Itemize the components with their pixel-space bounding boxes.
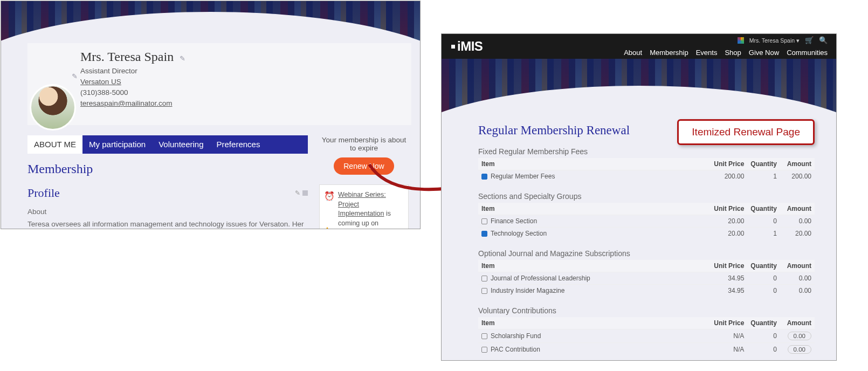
row-amount: 0.00 xyxy=(780,272,815,285)
row-unit-price: N/A xyxy=(707,343,747,356)
col-qty: Quantity xyxy=(747,203,780,215)
membership-heading: Membership xyxy=(27,162,308,176)
col-price: Unit Price xyxy=(707,317,747,329)
renewal-table: ItemUnit PriceQuantityAmountScholarship … xyxy=(478,317,815,356)
section-heading: Sections and Specialty Groups xyxy=(478,192,815,201)
row-quantity: 0 xyxy=(747,272,780,285)
profile-page-screenshot: ✎ Mrs. Teresa Spain ✎ Assistant Director… xyxy=(1,1,421,229)
col-amt: Amount xyxy=(780,203,815,215)
row-checkbox[interactable] xyxy=(481,276,487,281)
row-checkbox[interactable] xyxy=(481,231,487,237)
nav-communities[interactable]: Communities xyxy=(787,49,828,57)
user-avatar-icon xyxy=(738,37,744,44)
tab-volunteering[interactable]: Volunteering xyxy=(152,135,210,154)
row-amount: 0.00 xyxy=(780,215,815,228)
toggle-icon[interactable] xyxy=(302,190,308,196)
row-amount: 0.00 xyxy=(780,285,815,297)
row-amount: 200.00 xyxy=(780,170,815,183)
row-amount: 0.00 xyxy=(780,329,815,343)
renewal-page-screenshot: iMIS Mrs. Teresa Spain ▾ 🛒 🔍 About Membe… xyxy=(441,33,837,361)
pencil-icon[interactable]: ✎ xyxy=(72,72,78,80)
amount-input[interactable]: 0.00 xyxy=(788,345,811,354)
profile-phone: (310)388-5000 xyxy=(80,88,185,97)
row-unit-price: 200.00 xyxy=(707,170,747,183)
col-item: Item xyxy=(478,203,707,215)
nav-about[interactable]: About xyxy=(624,49,642,57)
pencil-icon[interactable]: ✎ xyxy=(180,54,185,63)
table-row: Industry Insider Magazine34.9500.00 xyxy=(478,285,815,297)
table-row: Journal of Professional Leadership34.950… xyxy=(478,272,815,285)
row-amount: 0.00 xyxy=(780,343,815,356)
section-heading: Voluntary Contributions xyxy=(478,306,815,315)
amount-input[interactable]: 0.00 xyxy=(788,332,811,340)
col-amt: Amount xyxy=(780,260,815,272)
row-checkbox[interactable] xyxy=(481,288,487,294)
profile-name: Mrs. Teresa Spain xyxy=(80,50,174,64)
top-nav-bar: iMIS Mrs. Teresa Spain ▾ 🛒 🔍 About Membe… xyxy=(442,34,836,59)
row-quantity: 0 xyxy=(747,215,780,228)
row-quantity: 0 xyxy=(747,285,780,297)
profile-title: Assistant Director xyxy=(80,67,185,75)
profile-email-link[interactable]: teresaspain@mailinator.com xyxy=(80,99,173,107)
cart-icon[interactable]: 🛒 xyxy=(805,36,814,44)
col-price: Unit Price xyxy=(707,203,747,215)
event-link[interactable]: Webinar Series: Project Implementation xyxy=(338,191,386,217)
current-user-menu[interactable]: Mrs. Teresa Spain ▾ xyxy=(749,37,800,44)
col-qty: Quantity xyxy=(747,158,780,170)
section-heading: Optional Journal and Magazine Subscripti… xyxy=(478,249,815,258)
row-item-label: Regular Member Fees xyxy=(491,173,555,180)
pencil-icon[interactable]: ✎ xyxy=(295,189,300,197)
renewal-table: ItemUnit PriceQuantityAmountFinance Sect… xyxy=(478,203,815,239)
profile-tabs: ABOUT ME My participation Volunteering P… xyxy=(27,135,308,154)
section-membership: Membership Profile ✎ About Teresa overse… xyxy=(27,156,308,229)
tab-participation[interactable]: My participation xyxy=(82,135,152,154)
warning-icon: ▲ xyxy=(323,224,331,229)
tab-about-me[interactable]: ABOUT ME xyxy=(27,135,82,154)
nav-events[interactable]: Events xyxy=(696,49,718,57)
row-quantity: 1 xyxy=(747,228,780,240)
col-price: Unit Price xyxy=(707,158,747,170)
about-label: About xyxy=(27,208,308,216)
col-price: Unit Price xyxy=(707,260,747,272)
nav-shop[interactable]: Shop xyxy=(725,49,741,57)
logo-dot-icon xyxy=(451,45,455,49)
table-row: Technology Section20.00120.00 xyxy=(478,228,815,240)
tab-preferences[interactable]: Preferences xyxy=(210,135,267,154)
col-qty: Quantity xyxy=(747,260,780,272)
renewal-table: ItemUnit PriceQuantityAmountRegular Memb… xyxy=(478,158,815,182)
event-date: October 14 xyxy=(338,229,373,229)
hero-banner xyxy=(1,1,420,44)
search-icon[interactable]: 🔍 xyxy=(819,36,828,44)
renew-message: Your membership is about to expire xyxy=(319,136,409,152)
row-checkbox[interactable] xyxy=(481,333,487,339)
table-row: Scholarship FundN/A00.00 xyxy=(478,329,815,343)
col-item: Item xyxy=(478,260,707,272)
row-item-label: Finance Section xyxy=(491,217,537,225)
renew-now-button[interactable]: Renew Now xyxy=(334,157,394,175)
profile-section-heading: Profile xyxy=(27,186,60,200)
renew-box: Your membership is about to expire Renew… xyxy=(319,136,409,175)
profile-org-link[interactable]: Versaton US xyxy=(80,78,121,86)
row-checkbox[interactable] xyxy=(481,347,487,353)
col-amt: Amount xyxy=(780,317,815,329)
hero-banner xyxy=(442,59,836,115)
table-row: PAC ContributionN/A00.00 xyxy=(478,343,815,356)
table-row: Finance Section20.0000.00 xyxy=(478,215,815,228)
about-text: Teresa oversees all information manageme… xyxy=(27,219,308,229)
row-item-label: Journal of Professional Leadership xyxy=(491,274,590,282)
row-unit-price: 34.95 xyxy=(707,272,747,285)
row-unit-price: 20.00 xyxy=(707,215,747,228)
logo[interactable]: iMIS xyxy=(451,39,483,54)
current-user-name: Mrs. Teresa Spain xyxy=(749,37,795,44)
nav-membership[interactable]: Membership xyxy=(650,49,688,57)
page-title: Regular Membership Renewal xyxy=(478,123,815,138)
row-amount: 20.00 xyxy=(780,228,815,240)
row-item-label: Technology Section xyxy=(491,230,547,237)
row-unit-price: 20.00 xyxy=(707,228,747,240)
renewal-content: Regular Membership Renewal Fixed Regular… xyxy=(478,123,815,361)
section-heading: Fixed Regular Membership Fees xyxy=(478,147,815,156)
row-checkbox[interactable] xyxy=(481,174,487,180)
row-quantity: 0 xyxy=(747,343,780,356)
row-checkbox[interactable] xyxy=(481,218,487,224)
nav-give-now[interactable]: Give Now xyxy=(749,49,779,57)
